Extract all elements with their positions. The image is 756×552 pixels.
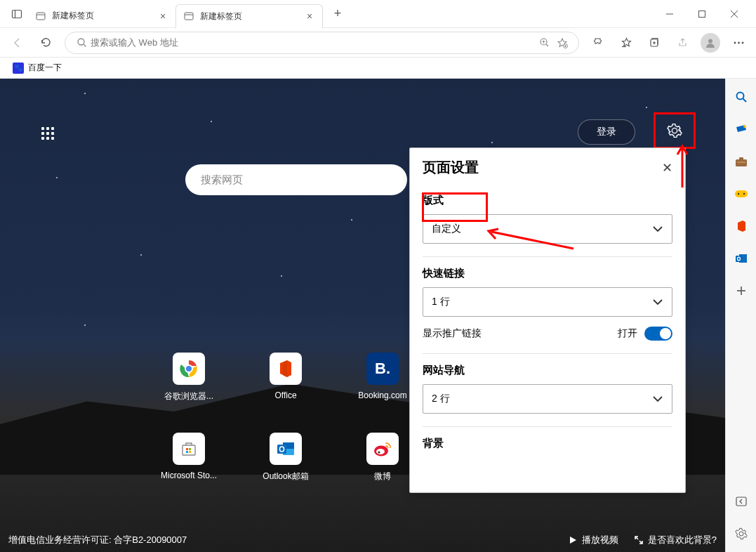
sidebar-collapse-button[interactable] — [733, 493, 750, 510]
sidebar-tools-icon[interactable] — [733, 153, 750, 170]
promo-toggle[interactable] — [644, 327, 672, 341]
sidebar-add-button[interactable] — [733, 282, 750, 299]
expand-icon — [634, 535, 644, 545]
refresh-button[interactable] — [34, 31, 58, 55]
tile-outlook[interactable]: Outlook邮箱 — [237, 433, 334, 510]
weibo-icon — [366, 433, 399, 465]
favorites-button[interactable] — [614, 31, 638, 55]
close-icon[interactable]: × — [304, 11, 315, 22]
svg-line-11 — [84, 44, 86, 47]
chrome-icon — [173, 353, 205, 385]
footer-license: 增值电信业务经营许可证: 合字B2-20090007 — [8, 534, 187, 546]
favorite-icon[interactable] — [553, 34, 571, 52]
address-bar[interactable] — [65, 32, 579, 54]
sidebar-shopping-icon[interactable] — [733, 121, 750, 138]
svg-rect-34 — [189, 451, 191, 453]
svg-rect-32 — [189, 448, 191, 450]
svg-point-23 — [708, 39, 712, 43]
quicklinks-select[interactable]: 1 行 — [423, 287, 672, 317]
panel-close-button[interactable]: ✕ — [662, 160, 672, 176]
page-footer: 增值电信业务经营许可证: 合字B2-20090007 播放视频 是否喜欢此背景? — [8, 534, 717, 546]
layout-select[interactable]: 自定义 — [423, 214, 672, 244]
page-search-box[interactable]: 搜索网页 — [185, 164, 407, 195]
play-video-button[interactable]: 播放视频 — [568, 534, 618, 546]
tile-msstore[interactable]: Microsoft Sto... — [140, 433, 237, 510]
page-settings-button[interactable] — [654, 112, 696, 149]
minimize-button[interactable] — [654, 0, 686, 28]
gear-icon — [667, 123, 682, 138]
office-icon — [270, 353, 302, 385]
svg-rect-2 — [37, 13, 45, 20]
svg-point-40 — [376, 449, 385, 454]
new-tab-page: 登录 搜索网页 谷歌浏览器... Office B.Booking.com Mi… — [0, 79, 725, 552]
booking-icon: B. — [366, 353, 399, 385]
panel-body[interactable]: 版式 自定义 快速链接 1 行 显示推广链接 打开 网站 — [410, 184, 685, 492]
extensions-button[interactable] — [586, 31, 610, 55]
bg-section-label: 背景 — [423, 437, 672, 450]
tab-title: 新建标签页 — [52, 10, 157, 22]
outlook-icon — [270, 433, 302, 465]
like-background-button[interactable]: 是否喜欢此背景? — [634, 534, 717, 546]
quicklinks-section-label: 快速链接 — [423, 267, 672, 280]
chevron-down-icon — [652, 225, 663, 232]
address-input[interactable] — [91, 37, 535, 48]
menu-button[interactable] — [727, 31, 750, 55]
quicklinks-value: 1 行 — [432, 296, 450, 308]
svg-rect-52 — [736, 256, 742, 262]
tile-label: Booking.com — [358, 390, 406, 400]
baidu-icon: 🐾 — [13, 63, 24, 74]
tile-label: Office — [274, 390, 296, 400]
login-button[interactable]: 登录 — [578, 119, 635, 145]
nav-value: 2 行 — [432, 393, 450, 405]
share-button[interactable] — [670, 31, 694, 55]
nav-select[interactable]: 2 行 — [423, 384, 672, 414]
panel-icon — [11, 8, 22, 20]
svg-line-43 — [743, 99, 746, 103]
tab-0[interactable]: 新建标签页 × — [28, 4, 175, 28]
svg-point-26 — [741, 41, 743, 44]
close-window-button[interactable] — [718, 0, 750, 28]
chevron-down-icon — [652, 298, 663, 305]
svg-point-44 — [743, 125, 746, 128]
tab-actions-button[interactable] — [6, 3, 28, 25]
avatar — [701, 33, 720, 53]
promo-label: 显示推广链接 — [423, 327, 482, 340]
new-tab-button[interactable]: + — [327, 4, 348, 25]
tab-icon — [35, 11, 46, 22]
bookmark-label: 百度一下 — [28, 62, 62, 74]
sidebar-settings-button[interactable] — [733, 525, 750, 542]
svg-line-15 — [546, 44, 548, 46]
chevron-down-icon — [652, 395, 663, 402]
svg-point-29 — [185, 365, 192, 372]
profile-button[interactable] — [698, 31, 722, 55]
tile-chrome[interactable]: 谷歌浏览器... — [140, 353, 237, 430]
sidebar-search-icon[interactable] — [733, 88, 750, 105]
svg-rect-4 — [185, 13, 193, 20]
zoom-icon[interactable] — [535, 34, 553, 52]
svg-rect-47 — [737, 162, 745, 163]
sidebar-outlook-icon[interactable] — [733, 250, 750, 267]
back-button[interactable] — [6, 31, 29, 55]
tile-office[interactable]: Office — [237, 353, 334, 430]
svg-point-41 — [378, 451, 380, 453]
edge-sidebar — [725, 79, 756, 552]
svg-rect-37 — [277, 445, 286, 454]
close-icon[interactable]: × — [157, 11, 168, 22]
tab-1[interactable]: 新建标签页 × — [175, 4, 323, 28]
bookmark-bar: 🐾 百度一下 — [0, 58, 756, 79]
maximize-button[interactable] — [686, 0, 718, 28]
tile-label: Outlook邮箱 — [263, 471, 308, 482]
tile-label: 谷歌浏览器... — [164, 390, 213, 402]
collections-button[interactable] — [642, 31, 666, 55]
sidebar-office-icon[interactable] — [733, 218, 750, 235]
bookmark-baidu[interactable]: 🐾 百度一下 — [8, 60, 66, 75]
apps-button[interactable] — [37, 122, 59, 145]
layout-section-label: 版式 — [423, 194, 672, 207]
search-icon — [72, 34, 91, 52]
sidebar-games-icon[interactable] — [733, 185, 750, 202]
content-area: 登录 搜索网页 谷歌浏览器... Office B.Booking.com Mi… — [0, 79, 756, 552]
svg-point-25 — [738, 41, 740, 44]
panel-title: 页面设置 — [423, 158, 662, 177]
svg-point-50 — [743, 193, 744, 195]
page-settings-panel: 页面设置 ✕ 版式 自定义 快速链接 1 行 显示推广链接 打开 — [409, 147, 686, 493]
